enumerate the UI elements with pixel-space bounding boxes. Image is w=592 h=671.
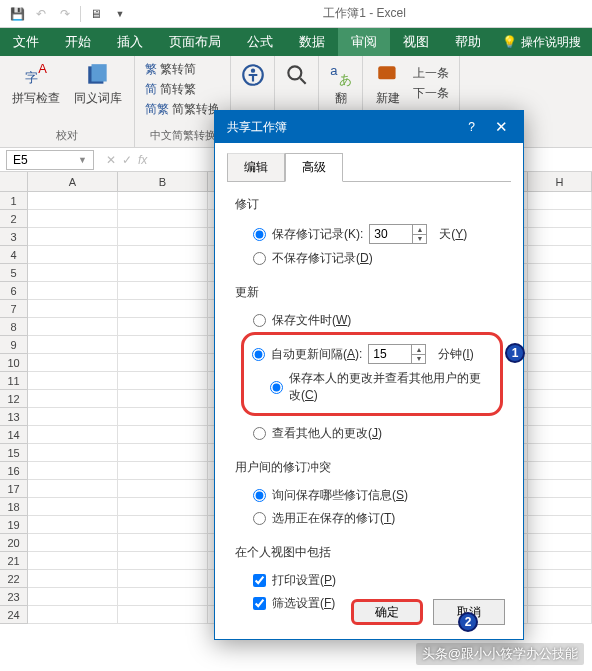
- row-header[interactable]: 21: [0, 552, 28, 570]
- radio-save-see[interactable]: [270, 381, 283, 394]
- row-header[interactable]: 24: [0, 606, 28, 624]
- check-print[interactable]: [253, 574, 266, 587]
- cell[interactable]: [118, 336, 208, 354]
- cell[interactable]: [28, 480, 118, 498]
- smart-lookup-button[interactable]: [280, 60, 314, 90]
- help-icon[interactable]: ?: [468, 120, 475, 134]
- cell[interactable]: [118, 426, 208, 444]
- cell[interactable]: [528, 372, 592, 390]
- tab-layout[interactable]: 页面布局: [156, 28, 234, 56]
- chevron-down-icon[interactable]: ▼: [78, 155, 87, 165]
- cell[interactable]: [118, 516, 208, 534]
- col-header[interactable]: H: [528, 172, 592, 192]
- name-box[interactable]: E5 ▼: [6, 150, 94, 170]
- tab-insert[interactable]: 插入: [104, 28, 156, 56]
- undo-icon[interactable]: ↶: [30, 3, 52, 25]
- cell[interactable]: [28, 444, 118, 462]
- cell[interactable]: [118, 354, 208, 372]
- spell-check-button[interactable]: 字A 拼写检查: [8, 60, 64, 126]
- cell[interactable]: [118, 498, 208, 516]
- cell[interactable]: [28, 246, 118, 264]
- tab-data[interactable]: 数据: [286, 28, 338, 56]
- cell[interactable]: [118, 534, 208, 552]
- cell[interactable]: [528, 318, 592, 336]
- row-header[interactable]: 14: [0, 426, 28, 444]
- tell-me[interactable]: 💡操作说明搜: [494, 28, 589, 56]
- option-being-saved[interactable]: 选用正在保存的修订(T): [235, 507, 503, 530]
- row-header[interactable]: 12: [0, 390, 28, 408]
- cell[interactable]: [528, 246, 592, 264]
- next-comment-button[interactable]: 下一条: [411, 84, 451, 103]
- save-icon[interactable]: 💾: [6, 3, 28, 25]
- tab-view[interactable]: 视图: [390, 28, 442, 56]
- row-header[interactable]: 7: [0, 300, 28, 318]
- minutes-spinner[interactable]: ▲▼: [368, 344, 426, 364]
- cell[interactable]: [28, 192, 118, 210]
- col-header[interactable]: A: [28, 172, 118, 192]
- cell[interactable]: [118, 480, 208, 498]
- row-header[interactable]: 19: [0, 516, 28, 534]
- radio-auto-interval[interactable]: [252, 348, 265, 361]
- cell[interactable]: [28, 282, 118, 300]
- option-auto-interval[interactable]: 自动更新间隔(A): ▲▼ 分钟(I): [252, 341, 492, 367]
- row-header[interactable]: 5: [0, 264, 28, 282]
- cell[interactable]: [528, 300, 592, 318]
- row-header[interactable]: 8: [0, 318, 28, 336]
- radio-being-saved[interactable]: [253, 512, 266, 525]
- close-icon[interactable]: ✕: [487, 118, 515, 136]
- cell[interactable]: [28, 336, 118, 354]
- translate-button[interactable]: aあ翻: [324, 60, 358, 109]
- check-accessibility-button[interactable]: [236, 60, 270, 90]
- cell[interactable]: [118, 606, 208, 624]
- cell[interactable]: [528, 480, 592, 498]
- cell[interactable]: [28, 462, 118, 480]
- days-spinner[interactable]: ▲▼: [369, 224, 427, 244]
- thesaurus-button[interactable]: 同义词库: [70, 60, 126, 126]
- cell[interactable]: [118, 462, 208, 480]
- row-header[interactable]: 4: [0, 246, 28, 264]
- row-header[interactable]: 3: [0, 228, 28, 246]
- tab-file[interactable]: 文件: [0, 28, 52, 56]
- tab-help[interactable]: 帮助: [442, 28, 494, 56]
- row-header[interactable]: 11: [0, 372, 28, 390]
- cell[interactable]: [528, 462, 592, 480]
- conversion-button[interactable]: 简繁简繁转换: [143, 100, 222, 119]
- cell[interactable]: [118, 552, 208, 570]
- spinner-buttons[interactable]: ▲▼: [413, 224, 427, 244]
- tab-review[interactable]: 审阅: [338, 28, 390, 56]
- cell[interactable]: [118, 246, 208, 264]
- cell[interactable]: [118, 282, 208, 300]
- option-keep-history[interactable]: 保存修订记录(K): ▲▼ 天(Y): [235, 221, 503, 247]
- cell[interactable]: [118, 390, 208, 408]
- row-header[interactable]: 2: [0, 210, 28, 228]
- cell[interactable]: [118, 210, 208, 228]
- cell[interactable]: [528, 264, 592, 282]
- radio-ask[interactable]: [253, 489, 266, 502]
- row-header[interactable]: 17: [0, 480, 28, 498]
- cell[interactable]: [528, 534, 592, 552]
- cell[interactable]: [28, 390, 118, 408]
- cell[interactable]: [528, 570, 592, 588]
- cell[interactable]: [528, 390, 592, 408]
- option-no-history[interactable]: 不保存修订记录(D): [235, 247, 503, 270]
- col-header[interactable]: B: [118, 172, 208, 192]
- cell[interactable]: [28, 408, 118, 426]
- cell[interactable]: [528, 354, 592, 372]
- cell[interactable]: [528, 210, 592, 228]
- cell[interactable]: [28, 498, 118, 516]
- radio-see-others[interactable]: [253, 427, 266, 440]
- cell[interactable]: [528, 336, 592, 354]
- cell[interactable]: [28, 588, 118, 606]
- cell[interactable]: [28, 606, 118, 624]
- cell[interactable]: [528, 192, 592, 210]
- cell[interactable]: [28, 228, 118, 246]
- cell[interactable]: [118, 444, 208, 462]
- select-all-corner[interactable]: [0, 172, 28, 192]
- cell[interactable]: [118, 228, 208, 246]
- cell[interactable]: [528, 588, 592, 606]
- cell[interactable]: [528, 426, 592, 444]
- cell[interactable]: [528, 606, 592, 624]
- radio-no-history[interactable]: [253, 252, 266, 265]
- spinner-buttons[interactable]: ▲▼: [412, 344, 426, 364]
- touch-mode-icon[interactable]: 🖥: [85, 3, 107, 25]
